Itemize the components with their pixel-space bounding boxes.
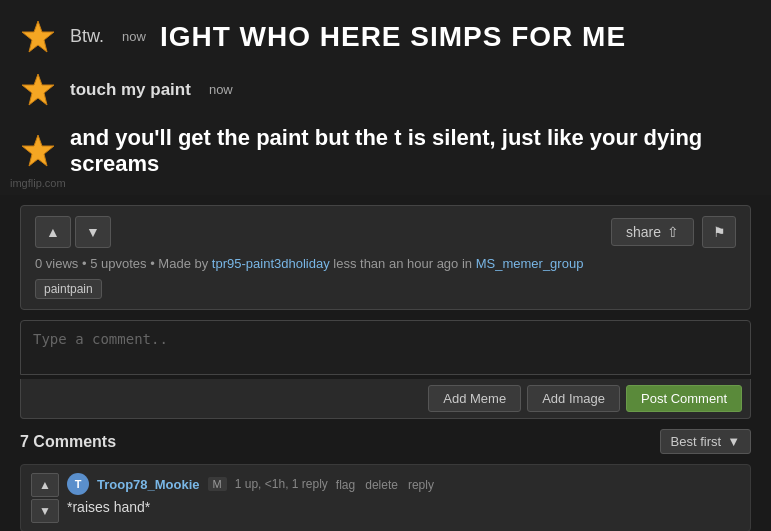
comment-vote-col: ▲ ▼: [31, 473, 59, 523]
downvote-button[interactable]: ▼: [75, 216, 111, 248]
comment-avatar: T: [67, 473, 89, 495]
comment-user-row: T Troop78_Mookie M 1 up, <1h, 1 reply fl…: [67, 473, 740, 495]
tag-paintpain[interactable]: paintpain: [35, 279, 102, 299]
action-buttons-right: share ⇧ ⚑: [611, 216, 736, 248]
imgflip-watermark: imgflip.com: [10, 177, 66, 189]
comment-body: T Troop78_Mookie M 1 up, <1h, 1 reply fl…: [67, 473, 740, 515]
separator1: •: [82, 256, 87, 271]
meme-line-3: and you'll get the paint but the t is si…: [20, 125, 751, 177]
line1-text: IGHT WHO HERE SIMPS FOR ME: [160, 21, 626, 53]
upvotes-count: 5 upvotes: [90, 256, 146, 271]
tag-container: paintpain: [35, 271, 736, 299]
comment-input-area: Add Meme Add Image Post Comment: [20, 320, 751, 419]
post-comment-button[interactable]: Post Comment: [626, 385, 742, 412]
svg-marker-2: [22, 135, 54, 166]
vote-buttons: ▲ ▼: [35, 216, 111, 248]
btw-label: Btw.: [70, 26, 104, 47]
made-by-label: Made by: [158, 256, 208, 271]
meme-line-1: Btw. now IGHT WHO HERE SIMPS FOR ME: [20, 19, 751, 55]
sort-dropdown[interactable]: Best first ▼: [660, 429, 751, 454]
time-ago: less than an hour ago in: [333, 256, 475, 271]
star-icon-3: [20, 133, 56, 169]
comment-text: *raises hand*: [67, 499, 740, 515]
line2-timestamp: now: [209, 82, 233, 97]
sort-arrow-icon: ▼: [727, 434, 740, 449]
comment-username[interactable]: Troop78_Mookie: [97, 477, 200, 492]
meme-line-2: touch my paint now: [20, 72, 751, 108]
star-icon-1: [20, 19, 56, 55]
upvote-button[interactable]: ▲: [35, 216, 71, 248]
comments-section: 7 Comments Best first ▼ ▲ ▼ T Troop78_Mo…: [20, 429, 751, 531]
share-icon: ⇧: [667, 224, 679, 240]
comment-item: ▲ ▼ T Troop78_Mookie M 1 up, <1h, 1 repl…: [20, 464, 751, 531]
comment-upvote-button[interactable]: ▲: [31, 473, 59, 497]
share-label: share: [626, 224, 661, 240]
views-count: 0 views: [35, 256, 78, 271]
meme-inner: Btw. now IGHT WHO HERE SIMPS FOR ME touc…: [0, 0, 771, 195]
flag-button[interactable]: ⚑: [702, 216, 736, 248]
comment-textarea[interactable]: [20, 320, 751, 375]
comments-title: 7 Comments: [20, 433, 116, 451]
sort-label: Best first: [671, 434, 722, 449]
line3-text: and you'll get the paint but the t is si…: [70, 125, 751, 177]
separator2: •: [150, 256, 155, 271]
comment-buttons: Add Meme Add Image Post Comment: [20, 379, 751, 419]
author-link[interactable]: tpr95-paint3dholiday: [212, 256, 330, 271]
actions-bar: ▲ ▼ share ⇧ ⚑ 0 views • 5 upvotes • Made…: [20, 205, 751, 310]
comment-inline-actions: flag delete reply: [336, 478, 434, 492]
svg-marker-0: [22, 21, 54, 52]
comment-delete-link[interactable]: delete: [365, 478, 398, 492]
comment-reply-link[interactable]: reply: [408, 478, 434, 492]
comment-flag-link[interactable]: flag: [336, 478, 355, 492]
meta-row: 0 views • 5 upvotes • Made by tpr95-pain…: [35, 256, 736, 271]
line2-text: touch my paint: [70, 80, 191, 100]
group-link[interactable]: MS_memer_group: [476, 256, 584, 271]
comment-mod-badge: M: [208, 477, 227, 491]
svg-marker-1: [22, 74, 54, 105]
comment-meta: 1 up, <1h, 1 reply: [235, 477, 328, 491]
actions-row: ▲ ▼ share ⇧ ⚑: [35, 216, 736, 248]
share-button[interactable]: share ⇧: [611, 218, 694, 246]
line1-timestamp: now: [122, 29, 146, 44]
comments-header: 7 Comments Best first ▼: [20, 429, 751, 454]
add-meme-button[interactable]: Add Meme: [428, 385, 521, 412]
meme-image-area: Btw. now IGHT WHO HERE SIMPS FOR ME touc…: [0, 0, 771, 195]
comment-downvote-button[interactable]: ▼: [31, 499, 59, 523]
star-icon-2: [20, 72, 56, 108]
flag-icon: ⚑: [713, 224, 726, 240]
add-image-button[interactable]: Add Image: [527, 385, 620, 412]
